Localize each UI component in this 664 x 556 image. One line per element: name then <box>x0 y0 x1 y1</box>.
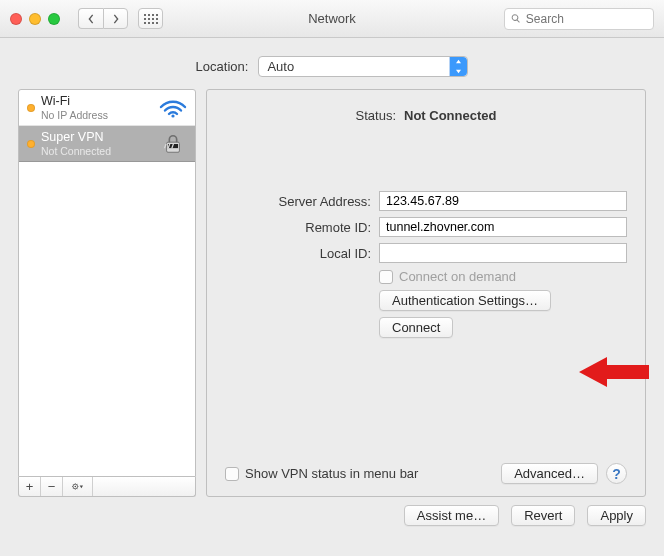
remote-id-label: Remote ID: <box>225 220 371 235</box>
revert-button[interactable]: Revert <box>511 505 575 526</box>
svg-marker-1 <box>456 70 461 73</box>
item-sub: Not Connected <box>41 145 153 157</box>
show-all-prefs-button[interactable] <box>138 8 163 29</box>
help-button[interactable]: ? <box>606 463 627 484</box>
status-value: Not Connected <box>404 108 496 123</box>
item-sub: No IP Address <box>41 109 153 121</box>
local-id-label: Local ID: <box>225 246 371 261</box>
forward-button[interactable] <box>103 8 128 29</box>
svg-marker-18 <box>80 485 83 488</box>
advanced-button[interactable]: Advanced… <box>501 463 598 484</box>
minus-icon: − <box>48 479 56 494</box>
show-vpn-status-checkbox[interactable] <box>225 467 239 481</box>
svg-point-2 <box>171 114 174 117</box>
interface-list: Wi-Fi No IP Address Super VPN Not Co <box>18 89 196 477</box>
remote-id-row: Remote ID: <box>225 217 627 237</box>
location-value: Auto <box>267 59 294 74</box>
minimize-window-button[interactable] <box>29 13 41 25</box>
plus-icon: + <box>26 479 34 494</box>
select-stepper[interactable] <box>449 57 467 76</box>
lock-icon <box>159 134 187 154</box>
local-id-row: Local ID: <box>225 243 627 263</box>
item-text: Super VPN Not Connected <box>41 130 153 156</box>
remove-interface-button[interactable]: − <box>41 477 63 496</box>
detail-panel: Status: Not Connected Server Address: Re… <box>206 89 646 497</box>
sidebar-item-vpn[interactable]: Super VPN Not Connected <box>19 126 195 162</box>
connect-row: Connect <box>379 317 627 338</box>
assist-me-button[interactable]: Assist me… <box>404 505 499 526</box>
connect-on-demand-checkbox[interactable] <box>379 270 393 284</box>
remote-id-input[interactable] <box>379 217 627 237</box>
authentication-settings-button[interactable]: Authentication Settings… <box>379 290 551 311</box>
search-input[interactable] <box>526 12 647 26</box>
svg-point-9 <box>75 486 77 488</box>
svg-line-15 <box>77 488 78 489</box>
connect-on-demand-label: Connect on demand <box>399 269 516 284</box>
window-footer: Assist me… Revert Apply <box>0 505 664 540</box>
annotation-arrow <box>579 352 649 392</box>
panel-footer: Show VPN status in menu bar Advanced… ? <box>225 463 627 484</box>
connect-button[interactable]: Connect <box>379 317 453 338</box>
svg-marker-19 <box>579 357 649 387</box>
interface-options-button[interactable] <box>63 477 93 496</box>
close-window-button[interactable] <box>10 13 22 25</box>
main-split: Wi-Fi No IP Address Super VPN Not Co <box>0 89 664 505</box>
search-icon <box>511 13 521 24</box>
show-vpn-status-label: Show VPN status in menu bar <box>245 466 418 481</box>
connect-on-demand-row: Connect on demand <box>379 269 627 284</box>
apply-button[interactable]: Apply <box>587 505 646 526</box>
item-name: Super VPN <box>41 130 153 144</box>
nav-back-forward <box>78 8 128 29</box>
local-id-input[interactable] <box>379 243 627 263</box>
traffic-lights <box>10 13 60 25</box>
sidebar-item-wifi[interactable]: Wi-Fi No IP Address <box>19 90 195 126</box>
back-button[interactable] <box>78 8 103 29</box>
window-titlebar: Network <box>0 0 664 38</box>
interface-list-tools: + − <box>18 477 196 497</box>
interface-sidebar: Wi-Fi No IP Address Super VPN Not Co <box>18 89 196 497</box>
location-row: Location: Auto <box>0 38 664 89</box>
grid-icon <box>144 14 158 24</box>
chevron-down-icon <box>450 67 467 77</box>
search-field[interactable] <box>504 8 654 30</box>
window-title: Network <box>308 11 356 26</box>
chevron-up-icon <box>450 57 467 67</box>
server-address-row: Server Address: <box>225 191 627 211</box>
connection-status: Status: Not Connected <box>225 108 627 123</box>
status-dot-icon <box>27 104 35 112</box>
item-text: Wi-Fi No IP Address <box>41 94 153 120</box>
location-label: Location: <box>196 59 249 74</box>
svg-line-17 <box>77 484 78 485</box>
status-label: Status: <box>356 108 396 123</box>
svg-line-14 <box>73 484 74 485</box>
server-address-label: Server Address: <box>225 194 371 209</box>
auth-settings-row: Authentication Settings… <box>379 290 627 311</box>
item-name: Wi-Fi <box>41 94 153 108</box>
svg-line-16 <box>73 488 74 489</box>
svg-marker-0 <box>456 60 461 63</box>
add-interface-button[interactable]: + <box>19 477 41 496</box>
wifi-icon <box>159 98 187 118</box>
server-address-input[interactable] <box>379 191 627 211</box>
location-select[interactable]: Auto <box>258 56 468 77</box>
gear-icon <box>72 481 83 492</box>
zoom-window-button[interactable] <box>48 13 60 25</box>
status-dot-icon <box>27 140 35 148</box>
